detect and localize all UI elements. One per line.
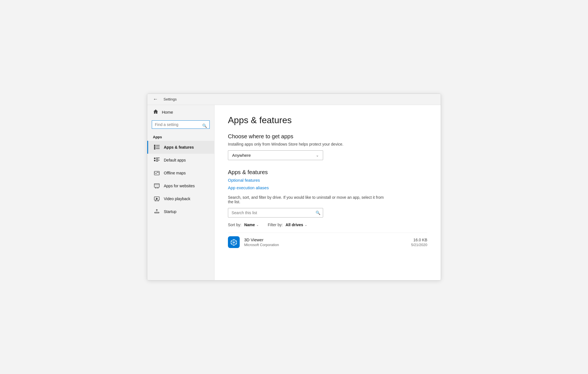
apps-features-icon (154, 144, 160, 150)
video-playback-label: Video playback (164, 197, 190, 201)
startup-label: Startup (164, 209, 176, 214)
apps-features-section-title: Apps & features (228, 169, 427, 176)
settings-window: ← Settings Home 🔍 Apps (147, 94, 441, 280)
list-search-icon: 🔍 (316, 211, 320, 215)
filter-by-button[interactable]: Filter by: All drives ⌄ (268, 223, 307, 227)
sidebar-section-label: Apps (147, 132, 214, 141)
sort-value: Name (244, 223, 255, 227)
main-layout: Home 🔍 Apps (147, 105, 441, 280)
svg-rect-2 (154, 148, 155, 149)
svg-rect-0 (154, 145, 155, 146)
app-icon-3d-viewer (228, 236, 240, 248)
apps-features-label: Apps & features (164, 145, 194, 149)
choose-source-title: Choose where to get apps (228, 133, 427, 140)
sort-by-button[interactable]: Sort by: Name ⌄ (228, 223, 259, 227)
app-size: 16.0 KB (411, 238, 427, 242)
dropdown-value: Anywhere (232, 153, 251, 158)
apps-websites-icon (154, 183, 160, 189)
apps-websites-label: Apps for websites (164, 184, 195, 188)
svg-rect-6 (154, 158, 155, 159)
svg-rect-10 (156, 160, 160, 160)
sidebar-item-home[interactable]: Home (147, 105, 214, 119)
optional-features-link[interactable]: Optional features (228, 178, 427, 183)
chevron-down-icon: ⌄ (316, 153, 319, 157)
app-info: 3D Viewer Microsoft Corporation (244, 237, 407, 247)
default-apps-label: Default apps (164, 158, 186, 162)
app-publisher: Microsoft Corporation (244, 243, 407, 247)
sort-chevron-icon: ⌄ (256, 223, 259, 227)
svg-rect-23 (155, 212, 159, 213)
install-source-dropdown-wrap: Anywhere ⌄ (228, 150, 323, 160)
app-date: 5/21/2020 (411, 243, 427, 247)
search-list-input[interactable] (228, 208, 323, 218)
sidebar-item-default-apps[interactable]: Default apps (147, 154, 214, 167)
feature-links: Optional features App execution aliases (228, 178, 427, 190)
choose-source-desc: Installing apps only from Windows Store … (228, 142, 427, 146)
svg-rect-1 (154, 146, 155, 148)
sidebar: Home 🔍 Apps (147, 105, 214, 280)
sidebar-item-apps-websites[interactable]: Apps for websites (147, 179, 214, 192)
sidebar-search-container: 🔍 (147, 119, 214, 132)
sidebar-item-startup[interactable]: Startup (147, 205, 214, 218)
sidebar-item-offline-maps[interactable]: Offline maps (147, 167, 214, 179)
startup-icon (154, 209, 160, 215)
sort-label: Sort by: (228, 223, 241, 227)
svg-marker-22 (156, 198, 158, 200)
home-icon (153, 109, 158, 115)
svg-rect-13 (154, 184, 159, 187)
svg-rect-8 (156, 159, 158, 159)
filter-value: All drives (286, 223, 303, 227)
table-row[interactable]: 3D Viewer Microsoft Corporation 16.0 KB … (228, 233, 427, 251)
app-meta: 16.0 KB 5/21/2020 (411, 238, 427, 247)
search-desc: Search, sort, and filter by drive. If yo… (228, 195, 385, 204)
offline-maps-label: Offline maps (164, 171, 186, 175)
filter-label: Filter by: (268, 223, 283, 227)
video-playback-icon (154, 196, 160, 202)
home-label: Home (162, 110, 173, 114)
titlebar-title: Settings (164, 97, 177, 101)
app-execution-aliases-link[interactable]: App execution aliases (228, 185, 427, 190)
svg-rect-11 (156, 161, 158, 162)
svg-rect-3 (156, 145, 160, 146)
offline-maps-icon (154, 170, 160, 176)
sort-filter-row: Sort by: Name ⌄ Filter by: All drives ⌄ (228, 223, 427, 227)
sidebar-item-video-playback[interactable]: Video playback (147, 192, 214, 205)
find-setting-input[interactable] (152, 120, 210, 129)
titlebar: ← Settings (147, 94, 441, 105)
main-content: Apps & features Choose where to get apps… (214, 105, 441, 280)
app-name: 3D Viewer (244, 237, 407, 242)
svg-rect-5 (156, 148, 160, 149)
install-source-dropdown[interactable]: Anywhere ⌄ (228, 150, 323, 160)
svg-rect-7 (156, 158, 160, 158)
back-button[interactable]: ← (152, 96, 159, 102)
page-title: Apps & features (228, 115, 427, 125)
list-search-wrap: 🔍 (228, 208, 323, 218)
svg-rect-9 (154, 160, 155, 161)
filter-chevron-icon: ⌄ (305, 223, 307, 227)
sidebar-item-apps-features[interactable]: Apps & features (147, 141, 214, 154)
svg-rect-4 (156, 147, 160, 147)
default-apps-icon (154, 157, 160, 163)
